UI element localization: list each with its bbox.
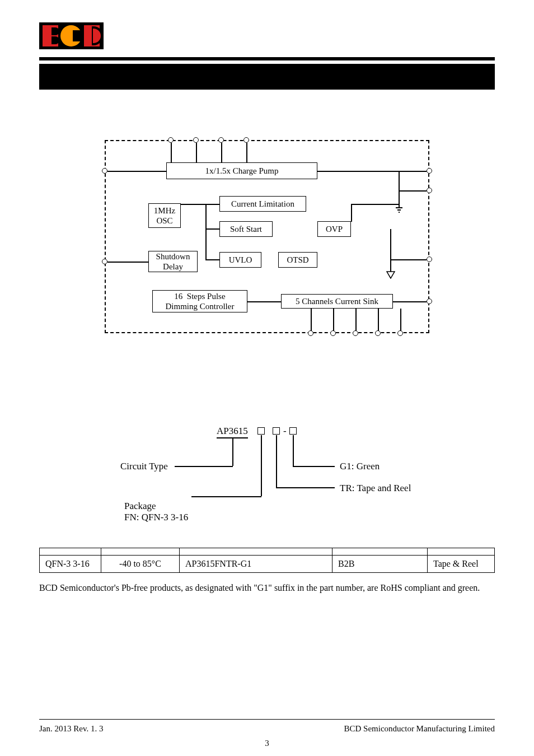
cell-partnum: AP3615FNTR-G1 [180,556,332,573]
logo [39,22,104,49]
table-header-row [40,548,495,556]
box-ovp: OVP [317,221,351,237]
col-marking [332,548,428,556]
footer-right: BCD Semiconductor Manufacturing Limited [344,724,495,734]
label-circuit-type: Circuit Type [120,461,168,472]
ordering-diagram: AP3615 - Circuit Type Package FN: QFN-3 … [110,426,424,532]
cell-temp: -40 to 85°C [101,556,180,573]
logo-letter-c [60,25,82,46]
label-package: Package [124,501,156,512]
label-g1: G1: Green [340,461,380,472]
box-charge-pump: 1x/1.5x Charge Pump [166,162,317,179]
logo-letter-b [43,25,58,46]
footer-left: Jan. 2013 Rev. 1. 3 [39,724,103,734]
header-rule [39,57,495,60]
footer: Jan. 2013 Rev. 1. 3 BCD Semiconductor Ma… [39,719,495,734]
block-diagram: 1x/1.5x Charge Pump 1MHz OSC Current Lim… [93,140,441,342]
part-prefix: AP3615 [217,426,248,437]
box-shutdown: Shutdown Delay [148,251,198,272]
box-soft-start: Soft Start [219,221,273,237]
page-number: 3 [0,739,534,748]
svg-marker-0 [387,272,395,278]
label-package-code: FN: QFN-3 3-16 [124,512,188,523]
ordering-table: QFN-3 3-16 -40 to 85°C AP3615FNTR-G1 B2B… [39,548,495,573]
cell-package: QFN-3 3-16 [40,556,101,573]
cell-marking: B2B [332,556,428,573]
col-temp [101,548,180,556]
rohs-note: BCD Semiconductor's Pb-free products, as… [39,582,495,594]
box-current-sink: 5 Channels Current Sink [281,294,393,309]
cell-shipping: Tape & Reel [428,556,495,573]
table-row: QFN-3 3-16 -40 to 85°C AP3615FNTR-G1 B2B… [40,556,495,573]
header-blackbar [39,64,495,88]
box-dimming: 16 Steps Pulse Dimming Controller [152,290,247,312]
box-current-limit: Current Limitation [219,196,306,212]
col-partnum [180,548,332,556]
logo-letter-d [84,25,100,46]
header-rule-thin [39,88,495,90]
col-package [40,548,101,556]
col-shipping [428,548,495,556]
box-otsd: OTSD [278,252,317,268]
label-tr: TR: Tape and Reel [340,483,411,494]
box-uvlo: UVLO [219,252,261,268]
box-osc: 1MHz OSC [148,203,181,228]
